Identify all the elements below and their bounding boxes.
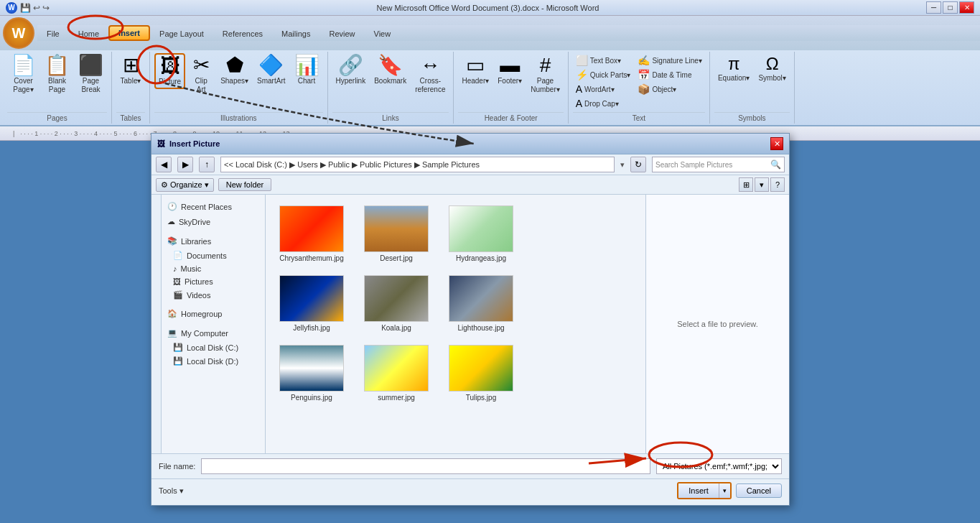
organize-button[interactable]: ⚙ Organize ▾ (156, 178, 214, 192)
table-button[interactable]: ⊞ Table▾ (116, 53, 145, 88)
nav-local-disk-c[interactable]: 💾 Local Disk (C:) (162, 341, 265, 354)
new-folder-button[interactable]: New folder (218, 178, 272, 191)
new-folder-label: New folder (226, 180, 264, 189)
quick-parts-button[interactable]: ⚡ Quick Parts▾ (573, 68, 634, 82)
nav-pictures[interactable]: 🖼 Pictures (162, 275, 265, 288)
file-thumb-penguins (279, 345, 344, 392)
signature-line-button[interactable]: ✍ Signature Line▾ (635, 53, 705, 68)
bookmark-button[interactable]: 🔖 Bookmark (370, 53, 410, 88)
blank-page-button[interactable]: 📋 BlankPage (41, 53, 73, 96)
file-item-desert[interactable]: Desert.jpg (358, 202, 435, 266)
nav-homegroup[interactable]: 🏠 Homegroup (162, 306, 265, 321)
view-toggle-button[interactable]: ▾ (755, 177, 769, 192)
close-button[interactable]: ✕ (959, 1, 974, 14)
tab-file[interactable]: File (37, 25, 69, 41)
office-logo[interactable]: W (3, 17, 34, 49)
file-name-desert: Desert.jpg (380, 254, 413, 262)
file-item-lighthouse[interactable]: Lighthouse.jpg (442, 272, 520, 335)
refresh-button[interactable]: ↻ (630, 157, 646, 172)
wordart-button[interactable]: A WordArt▾ (573, 82, 634, 96)
tools-button[interactable]: Tools ▾ (159, 486, 184, 496)
clip-art-button[interactable]: ✂ ClipArt (187, 53, 215, 96)
nav-music[interactable]: ♪ Music (162, 262, 265, 275)
nav-skydrive[interactable]: ☁ SkyDrive (162, 214, 265, 229)
equation-button[interactable]: π Equation▾ (714, 53, 753, 85)
search-box[interactable]: Search Sample Pictures 🔍 (652, 157, 785, 172)
dialog-close-button[interactable]: ✕ (770, 137, 783, 150)
shapes-button[interactable]: ⬟ Shapes▾ (217, 53, 252, 88)
up-button[interactable]: ↑ (199, 157, 215, 172)
search-icon[interactable]: 🔍 (770, 159, 781, 170)
file-item-hydrangeas[interactable]: Hydrangeas.jpg (442, 202, 520, 266)
maximize-button[interactable]: □ (943, 1, 958, 14)
help-button[interactable]: ? (770, 177, 785, 192)
nav-local-disk-d[interactable]: 💾 Local Disk (D:) (162, 354, 265, 368)
tab-page-layout[interactable]: Page Layout (150, 25, 213, 41)
date-time-button[interactable]: 📅 Date & Time (635, 68, 705, 82)
quick-parts-label: Quick Parts▾ (590, 71, 631, 79)
file-item-koala[interactable]: Koala.jpg (358, 272, 435, 335)
insert-button[interactable]: Insert (678, 483, 719, 498)
forward-button[interactable]: ▶ (177, 157, 193, 172)
cover-page-icon: 📄 (11, 55, 36, 75)
tab-references[interactable]: References (213, 25, 272, 41)
tab-mailings[interactable]: Mailings (272, 25, 319, 41)
file-item-jellyfish[interactable]: Jellyfish.jpg (273, 272, 350, 335)
file-item-summer[interactable]: summer.jpg (358, 341, 435, 405)
filename-input[interactable] (201, 458, 650, 474)
object-button[interactable]: 📦 Object▾ (635, 82, 705, 96)
page-break-icon: ⬛ (78, 55, 103, 75)
text-box-button[interactable]: ⬜ Text Box▾ (573, 53, 634, 68)
smartart-button[interactable]: 🔷 SmartArt (253, 53, 289, 88)
hyperlink-label: Hyperlink (336, 77, 366, 85)
nav-documents[interactable]: 📄 Documents (162, 249, 265, 262)
redo-icon[interactable]: ↪ (42, 3, 50, 13)
page-number-button[interactable]: # PageNumber▾ (527, 53, 564, 96)
footer-button[interactable]: ▬ Footer▾ (494, 53, 526, 88)
tab-insert[interactable]: Insert (108, 25, 150, 41)
nav-my-computer[interactable]: 💻 My Computer (162, 325, 265, 341)
cover-page-button[interactable]: 📄 CoverPage▾ (7, 53, 39, 96)
page-number-icon: # (540, 55, 551, 75)
drop-cap-button[interactable]: A Drop Cap▾ (573, 96, 634, 111)
music-label: Music (181, 264, 202, 273)
chart-icon: 📊 (294, 55, 319, 75)
file-scroll-area[interactable]: Chrysanthemum.jpg Desert.jpg Hydrangeas.… (266, 195, 645, 453)
symbol-button[interactable]: Ω Symbol▾ (755, 53, 789, 85)
view-grid-button[interactable]: ⊞ (739, 177, 753, 192)
links-group-label: Links (332, 112, 449, 122)
file-name-chrysanthemum: Chrysanthemum.jpg (279, 254, 343, 262)
file-item-chrysanthemum[interactable]: Chrysanthemum.jpg (273, 202, 350, 266)
hyperlink-button[interactable]: 🔗 Hyperlink (332, 53, 370, 88)
file-item-tulips[interactable]: Tulips.jpg (442, 341, 520, 405)
ribbon-group-symbols: π Equation▾ Ω Symbol▾ Symbols (710, 52, 795, 124)
tab-review[interactable]: Review (319, 25, 364, 41)
picture-button[interactable]: 🖼 Picture (154, 53, 185, 89)
address-bar[interactable]: << Local Disk (C:) ▶ Users ▶ Public ▶ Pu… (220, 157, 615, 172)
nav-libraries[interactable]: 📚 Libraries (162, 233, 265, 249)
back-button[interactable]: ◀ (156, 157, 172, 172)
cancel-button[interactable]: Cancel (736, 483, 782, 498)
file-item-penguins[interactable]: Penguins.jpg (273, 341, 350, 405)
tab-view[interactable]: View (365, 25, 401, 41)
insert-dropdown-button[interactable]: ▾ (719, 483, 730, 498)
address-dropdown-icon[interactable]: ▾ (620, 160, 625, 170)
nav-recent-places[interactable]: 🕐 Recent Places (162, 199, 265, 214)
filetype-select[interactable]: All Pictures (*.emf;*.wmf;*.jpg;* (656, 458, 782, 474)
save-icon[interactable]: 💾 (20, 3, 31, 13)
hyperlink-icon: 🔗 (338, 55, 363, 75)
file-thumb-hydrangeas (449, 205, 513, 252)
app-icon: W (6, 2, 17, 14)
drop-cap-icon: A (576, 98, 582, 109)
undo-icon[interactable]: ↩ (33, 3, 40, 13)
tab-home[interactable]: Home (69, 25, 108, 41)
minimize-button[interactable]: ─ (926, 1, 941, 14)
nav-videos[interactable]: 🎬 Videos (162, 288, 265, 302)
title-bar-left: W 💾 ↩ ↪ (6, 2, 50, 14)
header-button[interactable]: ▭ Header▾ (458, 53, 493, 88)
pictures-icon: 🖼 (173, 277, 181, 286)
cross-reference-button[interactable]: ↔ Cross-reference (411, 53, 449, 96)
page-break-button[interactable]: ⬛ PageBreak (75, 53, 107, 96)
preview-text: Select a file to preview. (677, 320, 758, 328)
chart-button[interactable]: 📊 Chart (291, 53, 323, 88)
